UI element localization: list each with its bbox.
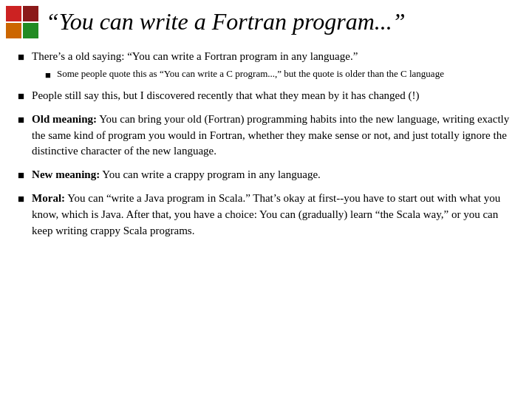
bullet-item-2: ■ People still say this, but I discovere… <box>18 88 514 104</box>
bullet-marker-5: ■ <box>18 191 24 207</box>
bullet-content-5: Moral: You can “write a Java program in … <box>32 191 514 239</box>
bullet-content-1: There’s a old saying: “You can write a F… <box>32 49 444 83</box>
sub-bullet-item-1: ■ Some people quote this as “You can wri… <box>45 67 444 82</box>
bullet-marker-4: ■ <box>18 168 24 183</box>
logo-icon <box>6 6 38 38</box>
bullet-content-3: Old meaning: You can bring your old (For… <box>32 112 514 160</box>
bullet3-bold: Old meaning: <box>32 113 97 125</box>
bullet-item-1: ■ There’s a old saying: “You can write a… <box>18 49 514 83</box>
bullet-item-3: ■ Old meaning: You can bring your old (F… <box>18 112 514 160</box>
bullet4-text: You can write a crappy program in any la… <box>100 168 321 180</box>
bullet-marker-1: ■ <box>18 50 24 65</box>
bullet-marker-2: ■ <box>18 89 24 104</box>
bullet1-text: There’s a old saying: “You can write a F… <box>32 50 358 62</box>
bullet-item-5: ■ Moral: You can “write a Java program i… <box>18 191 514 239</box>
bullet-content-4: New meaning: You can write a crappy prog… <box>32 167 321 183</box>
header: “You can write a Fortran program...” <box>0 0 532 43</box>
bullet5-bold: Moral: <box>32 192 65 204</box>
svg-rect-3 <box>23 23 38 38</box>
header-title: “You can write a Fortran program...” <box>46 9 406 35</box>
bullet-marker-3: ■ <box>18 112 24 128</box>
svg-rect-0 <box>6 6 21 21</box>
sub-bullet-content-1: Some people quote this as “You can write… <box>57 67 444 81</box>
svg-rect-1 <box>23 6 38 21</box>
sub-bullet-marker-1: ■ <box>45 69 51 82</box>
svg-rect-2 <box>6 23 21 38</box>
bullet-content-2: People still say this, but I discovered … <box>32 88 419 104</box>
bullet5-text: You can “write a Java program in Scala.”… <box>32 192 500 236</box>
content: ■ There’s a old saying: “You can write a… <box>0 43 532 249</box>
bullet3-text: You can bring your old (Fortran) program… <box>32 113 509 157</box>
bullet-item-4: ■ New meaning: You can write a crappy pr… <box>18 167 514 183</box>
bullet4-bold: New meaning: <box>32 168 100 180</box>
